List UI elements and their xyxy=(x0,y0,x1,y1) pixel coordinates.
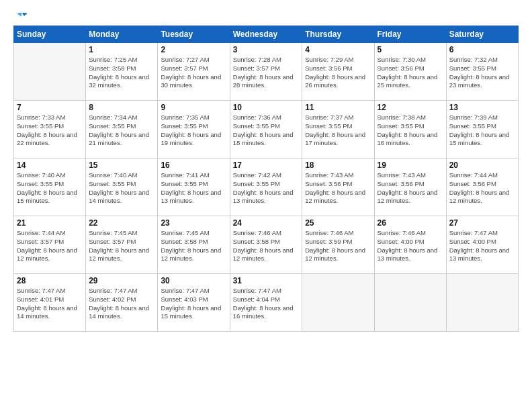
day-info: Sunrise: 7:38 AMSunset: 3:55 PMDaylight:… xyxy=(378,113,443,148)
calendar-table: SundayMondayTuesdayWednesdayThursdayFrid… xyxy=(13,26,519,332)
day-number: 31 xyxy=(233,276,300,285)
day-info: Sunrise: 7:46 AMSunset: 4:00 PMDaylight:… xyxy=(378,229,443,263)
calendar-day-cell: 8Sunrise: 7:34 AMSunset: 3:55 PMDaylight… xyxy=(86,101,158,158)
day-info: Sunrise: 7:45 AMSunset: 3:57 PMDaylight:… xyxy=(89,229,154,263)
day-number: 10 xyxy=(233,103,300,112)
day-info: Sunrise: 7:28 AMSunset: 3:57 PMDaylight:… xyxy=(233,56,300,90)
day-number: 29 xyxy=(89,276,154,285)
calendar-day-cell: 4Sunrise: 7:29 AMSunset: 3:56 PMDaylight… xyxy=(302,43,374,101)
day-number: 4 xyxy=(305,45,371,54)
calendar-day-cell: 23Sunrise: 7:45 AMSunset: 3:58 PMDayligh… xyxy=(158,216,230,274)
day-info: Sunrise: 7:43 AMSunset: 3:56 PMDaylight:… xyxy=(378,171,443,205)
calendar-page: SundayMondayTuesdayWednesdayThursdayFrid… xyxy=(0,0,532,411)
logo xyxy=(13,12,29,21)
calendar-day-cell: 18Sunrise: 7:43 AMSunset: 3:56 PMDayligh… xyxy=(302,158,374,216)
calendar-day-cell: 29Sunrise: 7:47 AMSunset: 4:02 PMDayligh… xyxy=(86,274,158,332)
calendar-day-cell xyxy=(374,274,446,332)
day-number: 5 xyxy=(378,45,443,54)
day-number: 12 xyxy=(378,103,443,112)
calendar-week-row: 7Sunrise: 7:33 AMSunset: 3:55 PMDaylight… xyxy=(14,101,519,158)
day-number: 18 xyxy=(305,161,371,170)
calendar-day-cell: 17Sunrise: 7:42 AMSunset: 3:55 PMDayligh… xyxy=(230,158,302,216)
day-number: 1 xyxy=(89,45,154,54)
calendar-day-cell xyxy=(446,274,518,332)
day-info: Sunrise: 7:47 AMSunset: 4:00 PMDaylight:… xyxy=(449,229,515,263)
day-number: 27 xyxy=(449,218,515,228)
calendar-day-cell: 3Sunrise: 7:28 AMSunset: 3:57 PMDaylight… xyxy=(230,43,302,101)
day-info: Sunrise: 7:33 AMSunset: 3:55 PMDaylight:… xyxy=(17,113,83,148)
day-info: Sunrise: 7:40 AMSunset: 3:55 PMDaylight:… xyxy=(89,171,154,205)
calendar-day-cell: 25Sunrise: 7:46 AMSunset: 3:59 PMDayligh… xyxy=(302,216,374,274)
calendar-header-friday: Friday xyxy=(374,26,446,43)
day-number: 19 xyxy=(378,161,443,170)
calendar-header-monday: Monday xyxy=(86,26,158,43)
calendar-day-cell: 6Sunrise: 7:32 AMSunset: 3:55 PMDaylight… xyxy=(446,43,518,101)
day-info: Sunrise: 7:47 AMSunset: 4:01 PMDaylight:… xyxy=(17,287,83,321)
calendar-day-cell: 20Sunrise: 7:44 AMSunset: 3:56 PMDayligh… xyxy=(446,158,518,216)
calendar-day-cell: 10Sunrise: 7:36 AMSunset: 3:55 PMDayligh… xyxy=(230,101,302,158)
day-number: 17 xyxy=(233,161,300,170)
day-number: 21 xyxy=(17,218,83,228)
day-info: Sunrise: 7:47 AMSunset: 4:03 PMDaylight:… xyxy=(161,287,226,321)
calendar-day-cell: 5Sunrise: 7:30 AMSunset: 3:56 PMDaylight… xyxy=(374,43,446,101)
day-info: Sunrise: 7:45 AMSunset: 3:58 PMDaylight:… xyxy=(161,229,226,263)
day-info: Sunrise: 7:29 AMSunset: 3:56 PMDaylight:… xyxy=(305,56,371,90)
calendar-day-cell: 19Sunrise: 7:43 AMSunset: 3:56 PMDayligh… xyxy=(374,158,446,216)
day-info: Sunrise: 7:43 AMSunset: 3:56 PMDaylight:… xyxy=(305,171,371,205)
calendar-header-sunday: Sunday xyxy=(14,26,86,43)
calendar-header-wednesday: Wednesday xyxy=(230,26,302,43)
day-info: Sunrise: 7:36 AMSunset: 3:55 PMDaylight:… xyxy=(233,113,300,148)
calendar-day-cell: 14Sunrise: 7:40 AMSunset: 3:55 PMDayligh… xyxy=(14,158,86,216)
day-info: Sunrise: 7:25 AMSunset: 3:58 PMDaylight:… xyxy=(89,56,154,90)
calendar-day-cell: 7Sunrise: 7:33 AMSunset: 3:55 PMDaylight… xyxy=(14,101,86,158)
day-number: 26 xyxy=(378,218,443,228)
calendar-day-cell: 13Sunrise: 7:39 AMSunset: 3:55 PMDayligh… xyxy=(446,101,518,158)
day-info: Sunrise: 7:46 AMSunset: 3:59 PMDaylight:… xyxy=(305,229,371,263)
day-info: Sunrise: 7:47 AMSunset: 4:02 PMDaylight:… xyxy=(89,287,154,321)
day-number: 3 xyxy=(233,45,300,54)
day-number: 23 xyxy=(161,218,226,228)
calendar-day-cell: 30Sunrise: 7:47 AMSunset: 4:03 PMDayligh… xyxy=(158,274,230,332)
day-info: Sunrise: 7:32 AMSunset: 3:55 PMDaylight:… xyxy=(449,56,515,90)
calendar-day-cell: 28Sunrise: 7:47 AMSunset: 4:01 PMDayligh… xyxy=(14,274,86,332)
day-number: 7 xyxy=(17,103,83,112)
day-number: 2 xyxy=(161,45,226,54)
day-number: 22 xyxy=(89,218,154,228)
day-info: Sunrise: 7:42 AMSunset: 3:55 PMDaylight:… xyxy=(233,171,300,205)
calendar-day-cell: 22Sunrise: 7:45 AMSunset: 3:57 PMDayligh… xyxy=(86,216,158,274)
day-info: Sunrise: 7:44 AMSunset: 3:57 PMDaylight:… xyxy=(17,229,83,263)
calendar-day-cell: 21Sunrise: 7:44 AMSunset: 3:57 PMDayligh… xyxy=(14,216,86,274)
calendar-header-row: SundayMondayTuesdayWednesdayThursdayFrid… xyxy=(14,26,519,43)
day-info: Sunrise: 7:44 AMSunset: 3:56 PMDaylight:… xyxy=(449,171,515,205)
day-info: Sunrise: 7:30 AMSunset: 3:56 PMDaylight:… xyxy=(378,56,443,90)
day-info: Sunrise: 7:34 AMSunset: 3:55 PMDaylight:… xyxy=(89,113,154,148)
day-number: 9 xyxy=(161,103,226,112)
calendar-day-cell: 1Sunrise: 7:25 AMSunset: 3:58 PMDaylight… xyxy=(86,43,158,101)
day-number: 11 xyxy=(305,103,371,112)
day-info: Sunrise: 7:40 AMSunset: 3:55 PMDaylight:… xyxy=(17,171,83,205)
calendar-day-cell: 16Sunrise: 7:41 AMSunset: 3:55 PMDayligh… xyxy=(158,158,230,216)
day-info: Sunrise: 7:46 AMSunset: 3:58 PMDaylight:… xyxy=(233,229,300,263)
calendar-header-tuesday: Tuesday xyxy=(158,26,230,43)
calendar-day-cell: 31Sunrise: 7:47 AMSunset: 4:04 PMDayligh… xyxy=(230,274,302,332)
calendar-week-row: 14Sunrise: 7:40 AMSunset: 3:55 PMDayligh… xyxy=(14,158,519,216)
calendar-week-row: 28Sunrise: 7:47 AMSunset: 4:01 PMDayligh… xyxy=(14,274,519,332)
day-info: Sunrise: 7:39 AMSunset: 3:55 PMDaylight:… xyxy=(449,113,515,148)
page-header xyxy=(13,12,519,21)
calendar-week-row: 1Sunrise: 7:25 AMSunset: 3:58 PMDaylight… xyxy=(14,43,519,101)
day-number: 16 xyxy=(161,161,226,170)
calendar-day-cell: 27Sunrise: 7:47 AMSunset: 4:00 PMDayligh… xyxy=(446,216,518,274)
day-number: 20 xyxy=(449,161,515,170)
day-number: 25 xyxy=(305,218,371,228)
calendar-day-cell: 2Sunrise: 7:27 AMSunset: 3:57 PMDaylight… xyxy=(158,43,230,101)
calendar-header-thursday: Thursday xyxy=(302,26,374,43)
day-number: 8 xyxy=(89,103,154,112)
calendar-day-cell xyxy=(14,43,86,101)
day-number: 30 xyxy=(161,276,226,285)
calendar-day-cell: 24Sunrise: 7:46 AMSunset: 3:58 PMDayligh… xyxy=(230,216,302,274)
calendar-day-cell: 26Sunrise: 7:46 AMSunset: 4:00 PMDayligh… xyxy=(374,216,446,274)
day-info: Sunrise: 7:47 AMSunset: 4:04 PMDaylight:… xyxy=(233,287,300,321)
calendar-header-saturday: Saturday xyxy=(446,26,518,43)
calendar-day-cell: 9Sunrise: 7:35 AMSunset: 3:55 PMDaylight… xyxy=(158,101,230,158)
day-number: 6 xyxy=(449,45,515,54)
